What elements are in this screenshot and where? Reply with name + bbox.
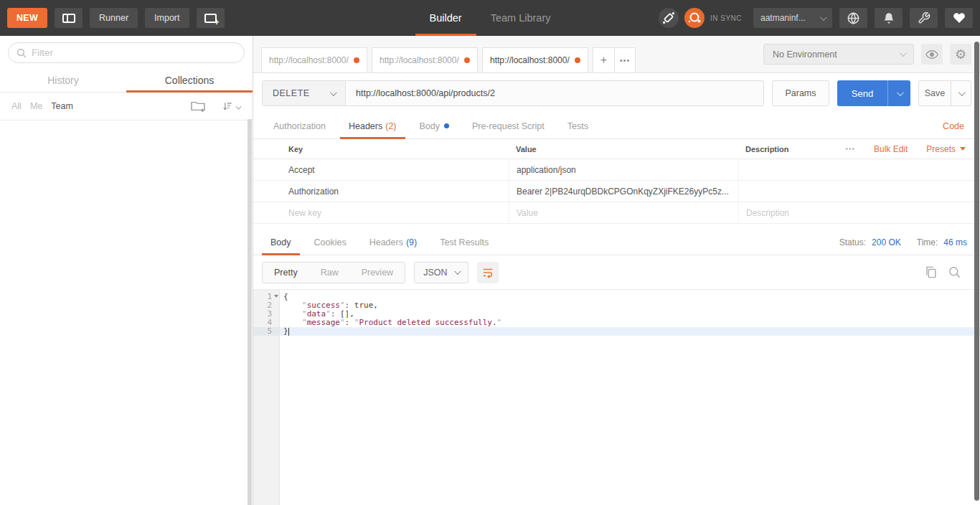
tab-team-library[interactable]: Team Library: [476, 0, 565, 36]
mode-preview[interactable]: Preview: [350, 263, 405, 283]
topbar: NEW Runner Import Builder Team Library: [0, 0, 980, 36]
response-toolbar: Pretty Raw Preview JSON: [253, 255, 980, 289]
line-number: 4: [253, 318, 279, 327]
notifications-button[interactable]: [875, 8, 903, 28]
header-key[interactable]: Accept: [288, 165, 509, 175]
request-tab-3[interactable]: http://localhost:8000/: [482, 47, 588, 72]
request-tab-1[interactable]: http://localhost:8000/: [261, 47, 367, 72]
copy-button[interactable]: [924, 265, 938, 279]
postman-app: NEW Runner Import Builder Team Library: [0, 0, 980, 505]
new-key-input[interactable]: [288, 208, 498, 218]
environment-select[interactable]: No Environment: [763, 44, 914, 65]
send-options-button[interactable]: [887, 80, 910, 106]
body-set-dot-icon: [444, 123, 449, 128]
time-value: 46 ms: [943, 237, 967, 247]
tab-body[interactable]: Body: [411, 113, 458, 138]
response-body-viewer[interactable]: 1 2 3 4 5 { "success": true, "data": [],…: [253, 289, 980, 505]
sidebar-scrollbar[interactable]: [248, 119, 252, 505]
tab-prerequest-script[interactable]: Pre-request Script: [463, 113, 553, 138]
request-tab-title: http://localhost:8000/: [269, 55, 349, 65]
environment-settings-button[interactable]: ⚙: [950, 44, 971, 65]
tab-test-results[interactable]: Test Results: [431, 230, 497, 255]
open-new-tab-button[interactable]: +: [593, 47, 614, 72]
heart-icon: [953, 11, 966, 24]
save-button[interactable]: Save: [918, 80, 951, 106]
tab-collections[interactable]: Collections: [126, 70, 253, 92]
header-options-button[interactable]: •••: [845, 145, 855, 153]
chevron-down-icon: [958, 89, 966, 96]
mode-pretty[interactable]: Pretty: [263, 263, 309, 283]
wrap-text-button[interactable]: [477, 262, 499, 283]
tab-authorization[interactable]: Authorization: [265, 113, 334, 138]
new-folder-icon[interactable]: [190, 100, 206, 113]
send-group: Send: [837, 80, 910, 106]
fold-arrow-icon[interactable]: [274, 295, 278, 298]
chevron-down-icon: [236, 103, 242, 109]
request-tabstrip: http://localhost:8000/ http://localhost:…: [253, 36, 980, 73]
window-scrollbar[interactable]: [974, 42, 979, 501]
header-value[interactable]: Bearer 2|PB24urqDBDkCPGOnKqyZXjiFKE26yyP…: [509, 181, 738, 202]
search-response-button[interactable]: [948, 265, 961, 279]
tab-cookies[interactable]: Cookies: [306, 230, 355, 255]
toggle-sidebar-button[interactable]: [55, 8, 83, 28]
headers-editor: Key Value Description ••• Bulk Edit Pres…: [253, 139, 980, 224]
interceptor-button[interactable]: [659, 8, 679, 28]
line-number: 2: [253, 301, 279, 310]
header-key[interactable]: Authorization: [288, 187, 509, 197]
scope-me[interactable]: Me: [30, 101, 42, 111]
request-tab-2[interactable]: http://localhost:8000/: [372, 47, 478, 72]
bulk-edit-link[interactable]: Bulk Edit: [874, 144, 908, 154]
mode-raw[interactable]: Raw: [309, 263, 350, 283]
environment-area: No Environment ⚙: [763, 44, 980, 65]
new-value-input[interactable]: [517, 208, 727, 218]
method-select[interactable]: DELETE: [263, 81, 346, 105]
generate-code-link[interactable]: Code: [943, 113, 969, 138]
scope-team[interactable]: Team: [51, 101, 73, 111]
tab-headers[interactable]: Headers (2): [340, 113, 405, 138]
tab-tests[interactable]: Tests: [559, 113, 597, 138]
tab-body-label: Body: [420, 121, 440, 131]
sort-button[interactable]: [222, 100, 241, 112]
save-options-button[interactable]: [951, 80, 971, 106]
tab-history[interactable]: History: [0, 70, 126, 92]
runner-button[interactable]: Runner: [90, 8, 138, 28]
unsaved-dot-icon: [575, 57, 580, 63]
code-pane[interactable]: { "success": true, "data": [], "message"…: [280, 290, 980, 505]
presets-label: Presets: [926, 144, 956, 154]
scope-all[interactable]: All: [11, 101, 22, 111]
code-line: {: [280, 293, 980, 301]
tab-options-button[interactable]: •••: [614, 47, 636, 72]
browse-button[interactable]: [839, 8, 867, 28]
column-value: Value: [509, 139, 738, 159]
header-description[interactable]: [738, 181, 980, 202]
filter-input[interactable]: [8, 42, 245, 63]
settings-button[interactable]: [910, 8, 938, 28]
tab-response-headers[interactable]: Headers (9): [361, 230, 426, 255]
tab-response-body[interactable]: Body: [262, 230, 300, 255]
line-number-gutter: 1 2 3 4 5: [253, 290, 280, 505]
new-window-icon: [204, 14, 217, 23]
sidebar-tabs: History Collections: [0, 70, 253, 93]
sync-status-button[interactable]: [684, 8, 705, 28]
header-value[interactable]: application/json: [509, 159, 738, 180]
import-button[interactable]: Import: [145, 8, 189, 28]
environment-quicklook-button[interactable]: [921, 44, 943, 65]
url-input[interactable]: [346, 81, 763, 105]
presets-dropdown[interactable]: Presets: [926, 144, 966, 154]
tab-builder[interactable]: Builder: [415, 0, 476, 36]
main-panel: http://localhost:8000/ http://localhost:…: [253, 36, 980, 505]
account-dropdown[interactable]: aatmaninf...: [753, 8, 832, 28]
favorites-button[interactable]: [945, 8, 973, 28]
new-button[interactable]: NEW: [7, 8, 47, 28]
params-button[interactable]: Params: [772, 80, 829, 106]
response-tools: [924, 265, 971, 279]
send-button[interactable]: Send: [837, 80, 887, 106]
header-description[interactable]: [738, 159, 980, 180]
new-description-input[interactable]: [746, 208, 969, 218]
new-window-button[interactable]: [197, 8, 225, 28]
sidebar-layout-icon: [62, 14, 75, 23]
view-mode-toggle: Pretty Raw Preview: [262, 262, 405, 283]
gear-icon: ⚙: [955, 48, 966, 61]
request-tab-title: http://localhost:8000/: [490, 55, 570, 65]
format-select[interactable]: JSON: [414, 262, 468, 283]
